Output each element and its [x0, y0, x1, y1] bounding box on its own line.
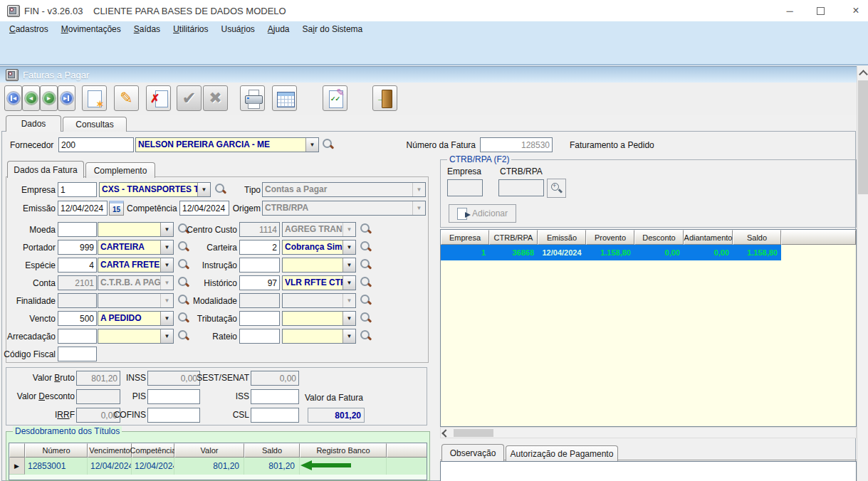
menu-item-sair-do-sistema[interactable]: Sair do Sistema: [296, 22, 370, 36]
column-header-ctrb-rpa[interactable]: CTRB/RPA: [489, 230, 538, 245]
child-window-titlebar[interactable]: Faturas a Pagar: [0, 66, 857, 83]
tab-autorizacao-de-pagamento[interactable]: Autorização de Pagamento: [506, 445, 618, 461]
menu-item-cadastros[interactable]: Cadastros: [3, 22, 55, 36]
edit-record-button[interactable]: ✎: [114, 85, 139, 111]
tributacao-code-input[interactable]: [239, 311, 280, 326]
edit-notes-button[interactable]: ✓✓✎: [323, 85, 347, 111]
column-header-adiantamento[interactable]: Adiantamento: [684, 230, 733, 245]
rateio-code-input[interactable]: [239, 329, 280, 344]
moeda-combo[interactable]: ▼: [98, 222, 174, 237]
carteira-search-icon[interactable]: [360, 240, 372, 253]
column-header-valor[interactable]: Valor: [174, 443, 244, 458]
tab-dados[interactable]: Dados: [6, 115, 61, 132]
maximize-button[interactable]: [808, 0, 832, 21]
csl-input[interactable]: [251, 408, 299, 423]
chevron-down-icon[interactable]: ▼: [343, 240, 355, 254]
chevron-down-icon[interactable]: ▼: [160, 329, 173, 343]
empresa-combo[interactable]: CXS - TRANSPORTES TRANS ▼: [99, 182, 211, 197]
iss-input[interactable]: [251, 389, 299, 404]
new-record-button[interactable]: ✶: [82, 85, 107, 111]
prior-record-button[interactable]: ◂: [22, 85, 40, 111]
calendar-button[interactable]: 15: [109, 201, 124, 216]
fornecedor-combo[interactable]: NELSON PEREIRA GARCIA - ME ▼: [135, 137, 319, 152]
menu-item-utilitarios[interactable]: Utilitários: [167, 22, 214, 36]
tab-observacao[interactable]: Observação: [441, 444, 504, 461]
chevron-down-icon[interactable]: ▼: [343, 258, 355, 272]
scroll-up-icon[interactable]: [860, 68, 867, 78]
tab-consultas[interactable]: Consultas: [63, 117, 127, 132]
historico-search-icon[interactable]: [360, 276, 372, 289]
carteira-code-input[interactable]: [239, 240, 280, 255]
column-header-blank[interactable]: [387, 443, 427, 458]
tributacao-combo[interactable]: ▼: [282, 311, 356, 326]
chevron-down-icon[interactable]: ▼: [160, 312, 173, 325]
portador-code-input[interactable]: [58, 240, 97, 255]
adicionar-button[interactable]: Adicionar: [449, 204, 516, 223]
chevron-down-icon[interactable]: ▼: [160, 223, 173, 236]
chevron-down-icon[interactable]: ▼: [343, 276, 355, 290]
exit-button[interactable]: →: [372, 85, 397, 111]
carteira-combo[interactable]: Cobrança Simples-D▼: [282, 240, 356, 255]
historico-code-input[interactable]: [239, 275, 280, 290]
rateio-combo[interactable]: ▼: [282, 329, 356, 344]
chevron-down-icon[interactable]: ▼: [160, 258, 173, 272]
column-header-saldo[interactable]: Saldo: [244, 443, 300, 458]
scroll-left-icon[interactable]: [443, 430, 449, 436]
numero-fatura-input[interactable]: [480, 137, 553, 152]
historico-combo[interactable]: VLR RFTE CTRB▼: [282, 275, 356, 290]
menu-item-usuarios[interactable]: Usuários: [214, 22, 261, 36]
instrucao-code-input[interactable]: [239, 258, 280, 273]
tab-complemento[interactable]: Complemento: [85, 162, 155, 178]
vencto-combo[interactable]: A PEDIDO▼: [98, 311, 174, 326]
tab-dados-da-fatura[interactable]: Dados da Fatura: [7, 161, 84, 178]
column-header-registro-banco[interactable]: Registro Banco: [300, 443, 387, 458]
arrecadacao-combo[interactable]: ▼: [98, 329, 174, 344]
moeda-code-input[interactable]: [58, 222, 97, 237]
column-header-competencia[interactable]: Competência: [132, 443, 174, 458]
fornecedor-search-icon[interactable]: [322, 138, 334, 151]
chevron-down-icon[interactable]: ▼: [343, 312, 355, 325]
chevron-down-icon[interactable]: ▼: [343, 329, 355, 343]
observacao-textarea[interactable]: [440, 461, 857, 481]
column-header-desconto[interactable]: Desconto: [634, 230, 684, 245]
close-button[interactable]: ×: [844, 0, 868, 21]
first-record-button[interactable]: ◂: [4, 85, 22, 111]
column-header-empresa[interactable]: Empresa: [441, 230, 489, 245]
instrucao-combo[interactable]: ▼: [282, 258, 356, 273]
rateio-search-icon[interactable]: [360, 329, 372, 342]
menu-item-movimentacoes[interactable]: Movimentações: [55, 22, 127, 36]
emissao-date-input[interactable]: [58, 201, 108, 216]
next-record-button[interactable]: ▸: [40, 85, 58, 111]
column-header-emissao[interactable]: Emissão: [538, 230, 586, 245]
chevron-down-icon[interactable]: ▼: [305, 138, 318, 152]
last-record-button[interactable]: ▸: [58, 85, 75, 111]
horizontal-scrollbar-thumb[interactable]: [454, 429, 493, 437]
centro-custo-search-icon[interactable]: [360, 223, 372, 236]
print-button[interactable]: [240, 85, 265, 111]
especie-code-input[interactable]: [58, 258, 97, 273]
fornecedor-code-input[interactable]: [58, 137, 134, 152]
tributacao-search-icon[interactable]: [360, 312, 372, 324]
menu-item-ajuda[interactable]: Ajuda: [261, 22, 296, 36]
instrucao-search-icon[interactable]: [360, 258, 372, 271]
menu-item-saidas[interactable]: Saídas: [127, 22, 167, 36]
codigo-fiscal-code-input[interactable]: [58, 347, 97, 361]
vertical-scrollbar[interactable]: [857, 66, 868, 481]
column-header-vencimento[interactable]: Vencimento: [88, 443, 132, 458]
empresa-code-input[interactable]: [58, 182, 97, 197]
delete-record-button[interactable]: ✗: [146, 85, 171, 111]
especie-combo[interactable]: CARTA FRETE▼: [98, 258, 174, 273]
column-header-saldo[interactable]: Saldo: [733, 230, 781, 245]
cancel-record-button[interactable]: ✖: [203, 85, 228, 111]
column-header-numero[interactable]: Número: [25, 443, 88, 458]
ctrb-zoom-button[interactable]: +: [547, 179, 566, 198]
column-header-blank[interactable]: [9, 443, 25, 458]
minimize-button[interactable]: ─: [778, 0, 802, 21]
chevron-down-icon[interactable]: ▼: [160, 240, 173, 254]
arrecadacao-code-input[interactable]: [58, 329, 97, 344]
confirm-record-button[interactable]: ✔: [177, 85, 202, 111]
vertical-scrollbar-thumb[interactable]: [858, 80, 868, 194]
modalidade-search-icon[interactable]: [360, 294, 372, 307]
horizontal-scrollbar[interactable]: [440, 427, 857, 438]
column-header-provento[interactable]: Provento: [586, 230, 634, 245]
